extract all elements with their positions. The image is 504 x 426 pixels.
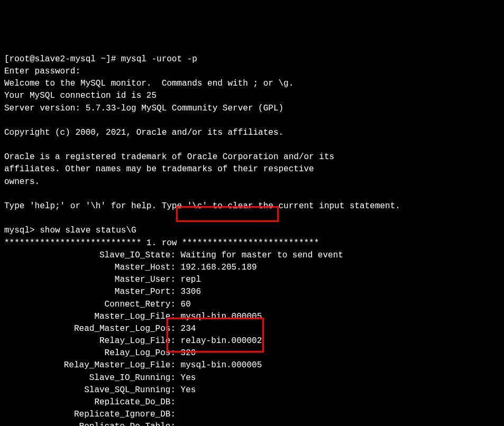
status-row-relay-master-log-file: Relay_Master_Log_File: mysql-bin.000005 [4,359,500,372]
server-version-line: Server version: 5.7.33-log MySQL Communi… [4,103,500,115]
status-value: mysql-bin.000005 [176,360,262,370]
status-value: Waiting for master to send event [176,251,343,260]
enter-password: Enter password: [4,66,500,78]
blank-line [4,115,500,127]
command-line[interactable]: [root@slave2-mysql ~]# mysql -uroot -p [4,53,500,66]
mysql-prompt: mysql> [4,226,40,235]
status-value: Yes [176,373,196,383]
status-label: Replicate_Do_Table: [4,421,176,426]
status-row-slave-io-state: Slave_IO_State: Waiting for master to se… [4,249,500,262]
status-label: Read_Master_Log_Pos: [4,323,176,335]
status-row-slave-io-running: Slave_IO_Running: Yes [4,372,500,384]
status-row-replicate-ignore-db: Replicate_Ignore_DB: [4,409,500,421]
status-label: Connect_Retry: [4,299,176,311]
status-label: Slave_IO_State: [4,249,176,262]
status-row-relay-log-file: Relay_Log_File: relay-bin.000002 [4,335,500,347]
status-label: Relay_Master_Log_File: [4,359,176,372]
status-row-slave-sql-running: Slave_SQL_Running: Yes [4,384,500,396]
trademark-line: affiliates. Other names may be trademark… [4,163,500,175]
status-row-replicate-do-table: Replicate_Do_Table: [4,421,500,426]
status-label: Relay_Log_File: [4,335,176,347]
connection-id-line: Your MySQL connection id is 25 [4,90,500,102]
status-row-master-user: Master_User: repl [4,274,500,286]
status-value: 192.168.205.189 [176,263,257,272]
blank-line [4,212,500,225]
status-row-relay-log-pos: Relay_Log_Pos: 320 [4,347,500,359]
mysql-command: show slave status\G [40,226,136,235]
status-row-replicate-do-db: Replicate_Do_DB: [4,396,500,409]
status-row-master-port: Master_Port: 3306 [4,286,500,298]
blank-line [4,139,500,151]
status-value: 320 [176,348,196,358]
welcome-line: Welcome to the MySQL monitor. Commands e… [4,78,500,90]
help-line: Type 'help;' or '\h' for help. Type '\c'… [4,200,500,212]
status-label: Slave_SQL_Running: [4,384,176,396]
status-row-master-host: Master_Host: 192.168.205.189 [4,262,500,274]
row-header: *************************** 1. row *****… [4,237,500,249]
status-row-read-master-log-pos: Read_Master_Log_Pos: 234 [4,323,500,335]
status-value: 234 [176,324,196,334]
mysql-command-line[interactable]: mysql> show slave status\G [4,225,500,237]
status-value: relay-bin.000002 [176,336,262,346]
status-value [176,422,181,426]
blank-line [4,188,500,200]
status-label: Master_Log_File: [4,311,176,323]
status-value: 3306 [176,287,201,297]
shell-prompt: [root@slave2-mysql ~]# [4,54,121,64]
status-label: Replicate_Do_DB: [4,396,176,409]
status-label: Master_Port: [4,286,176,298]
status-value [176,397,181,407]
status-value: 60 [176,300,191,309]
status-value [176,410,181,419]
shell-command: mysql -uroot -p [121,54,197,64]
status-label: Relay_Log_Pos: [4,347,176,359]
status-value: repl [176,275,201,284]
status-row-connect-retry: Connect_Retry: 60 [4,299,500,311]
status-label: Slave_IO_Running: [4,372,176,384]
status-value: Yes [176,385,196,395]
trademark-line: Oracle is a registered trademark of Orac… [4,151,500,163]
status-label: Replicate_Ignore_DB: [4,409,176,421]
copyright-line: Copyright (c) 2000, 2021, Oracle and/or … [4,127,500,139]
trademark-line: owners. [4,176,500,188]
status-row-master-log-file: Master_Log_File: mysql-bin.000005 [4,311,500,323]
status-label: Master_Host: [4,262,176,274]
status-label: Master_User: [4,274,176,286]
status-value: mysql-bin.000005 [176,312,262,321]
